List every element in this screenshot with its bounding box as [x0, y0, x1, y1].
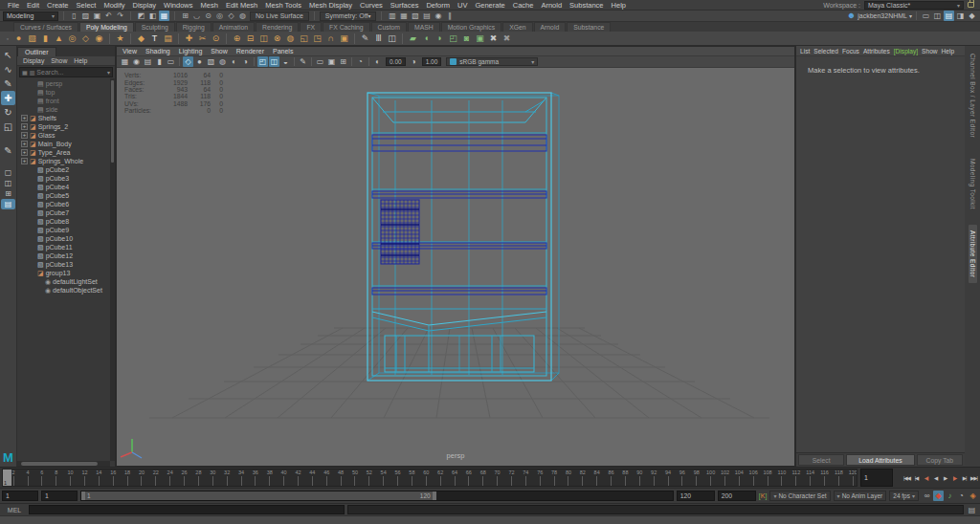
timeline-tick[interactable]: 28 [191, 469, 205, 486]
viewport-menu-shading[interactable]: Shading [145, 48, 170, 55]
go-to-start-button[interactable]: |◀◀ [902, 475, 911, 481]
animation-end-field[interactable]: 200 [718, 491, 756, 501]
expand-toggle[interactable]: + [21, 141, 28, 147]
shelf-tab-rendering[interactable]: Rendering [256, 22, 299, 32]
outliner-row[interactable]: ▧pCube12 [17, 251, 115, 260]
field-chart-icon[interactable]: ⊞ [338, 56, 348, 67]
timeline-tick[interactable]: 104 [732, 469, 746, 486]
use-default-material-icon[interactable]: ◍ [217, 56, 228, 67]
layout-outliner-persp[interactable]: ▤ [1, 199, 15, 209]
ipr-render-icon[interactable]: ▧ [410, 11, 420, 21]
timeline-tick[interactable]: 90 [633, 469, 646, 486]
menu-select[interactable]: Select [73, 1, 100, 10]
timeline-tick[interactable]: 106 [746, 469, 760, 486]
outliner-row[interactable]: ◉defaultObjectSet [17, 286, 115, 295]
menu-file[interactable]: File [4, 1, 23, 10]
timeline-tick[interactable]: 102 [718, 469, 731, 486]
render-current-frame-icon[interactable]: ▦ [398, 11, 409, 21]
scale-tool[interactable]: ◱ [1, 120, 15, 134]
timeline-tick[interactable]: 38 [263, 469, 277, 486]
timeline-tick[interactable]: 62 [434, 469, 447, 486]
poly-disc-icon[interactable]: ◉ [93, 33, 105, 45]
outliner-row[interactable]: ◉defaultLightSet [17, 277, 115, 286]
workspace-dropdown[interactable]: Maya Classic* ▾ [864, 1, 964, 10]
outliner-vertical-scrollbar[interactable] [110, 78, 115, 461]
outliner-search-field[interactable]: ▦ ▥ Search... ▾ [19, 67, 113, 77]
menu-curves[interactable]: Curves [356, 1, 387, 10]
timeline-tick[interactable]: 30 [206, 469, 219, 486]
attribute-editor-menu-attributes[interactable]: Attributes [863, 48, 890, 55]
lasso-tool[interactable]: ∿ [1, 62, 15, 76]
timeline-tick[interactable]: 42 [291, 469, 304, 486]
timeline-tick[interactable]: 84 [590, 469, 604, 486]
mute-audio-icon[interactable]: ♪ [945, 491, 955, 501]
go-to-end-button[interactable]: ▶▶| [969, 475, 978, 481]
render-settings-icon[interactable]: ▤ [421, 11, 432, 21]
outliner-row[interactable]: +◪Type_Area [17, 148, 115, 157]
smooth-shade-icon[interactable]: ● [194, 56, 205, 67]
fps-dropdown[interactable]: 24 fps ▾ [889, 491, 919, 501]
timeline-tick[interactable]: 46 [320, 469, 333, 486]
grease-pencil-icon[interactable]: ✎ [298, 56, 308, 67]
outliner-row[interactable]: ◪group13 [17, 269, 115, 277]
select-component-icon[interactable]: ▦ [159, 11, 169, 21]
open-scene-icon[interactable]: ▨ [80, 11, 91, 21]
separate-icon[interactable]: ⊟ [244, 33, 256, 45]
timeline-tick[interactable]: 54 [377, 469, 390, 486]
outliner-row[interactable]: ▧pCube10 [17, 234, 115, 243]
timeline-tick[interactable]: 50 [348, 469, 362, 486]
timeline-tick[interactable]: 16 [106, 469, 120, 486]
timeline-tick[interactable]: 52 [363, 469, 376, 486]
timeline-tick[interactable]: 20 [135, 469, 148, 486]
layout-four-panes[interactable]: ⊞ [1, 188, 15, 199]
expand-toggle[interactable]: + [21, 123, 28, 130]
outliner-row[interactable]: ▤top [17, 88, 115, 97]
timeline-tick[interactable]: 110 [775, 469, 789, 486]
shelf-tab-fx-caching[interactable]: FX Caching [323, 22, 370, 32]
poly-super-shape-icon[interactable]: ★ [114, 33, 126, 45]
character-set-dropdown[interactable]: ▾ No Character Set [769, 491, 830, 501]
timeline-tick[interactable]: 68 [477, 469, 490, 486]
expand-toggle[interactable]: + [21, 149, 28, 156]
mirror-icon[interactable]: ◫ [257, 33, 270, 45]
set-key-icon[interactable]: K [759, 492, 768, 499]
timeline-tick[interactable]: 78 [547, 469, 561, 486]
shelf-tab-poly-modeling[interactable]: Poly Modeling [79, 22, 134, 32]
shrink-selection-icon[interactable]: ◖ [420, 33, 433, 45]
fill-hole-icon[interactable]: ▣ [338, 33, 350, 45]
snap-to-grids-icon[interactable]: ⊞ [180, 11, 190, 21]
menu-create[interactable]: Create [43, 1, 73, 10]
extrude-icon[interactable]: ◱ [298, 33, 310, 45]
gate-mask-icon[interactable]: ▣ [326, 56, 337, 67]
shelf-tab-custom[interactable]: Custom [371, 22, 407, 32]
timeline-tick[interactable]: 34 [234, 469, 248, 486]
auto-keyframe-icon[interactable]: ◆ [933, 491, 944, 501]
layout-two-panes[interactable]: ◫ [1, 178, 15, 188]
timeline-tick[interactable]: 66 [462, 469, 476, 486]
timeline-tick[interactable]: 64 [448, 469, 461, 486]
exposure-toggle-icon[interactable]: ◐ [372, 56, 383, 67]
snap-to-view-planes-icon[interactable]: ◇ [226, 11, 236, 21]
shelf-menu-icon[interactable]: ◦ [4, 35, 11, 42]
undo-icon[interactable]: ↶ [103, 11, 114, 21]
outliner-row[interactable]: +◪Springs_Whole [17, 157, 115, 165]
viewport[interactable]: ViewShadingLightingShowRendererPanels ▦◉… [116, 46, 795, 467]
shadows-icon[interactable]: ◐ [229, 56, 239, 67]
play-backwards-button[interactable]: ◀ [931, 475, 940, 481]
outliner-row[interactable]: +◪Shelfs [17, 114, 115, 122]
expand-toggle[interactable]: + [21, 115, 28, 121]
make-object-live-icon[interactable]: ◍ [237, 11, 248, 21]
combine-icon[interactable]: ⊕ [231, 33, 243, 45]
shelf-tab-arnold[interactable]: Arnold [534, 22, 567, 32]
snap-to-curves-icon[interactable]: ◡ [191, 11, 202, 21]
target-weld-icon[interactable]: ⊙ [210, 33, 222, 45]
sidebar-tab-modeling-toolkit[interactable]: Modeling Toolkit [969, 153, 977, 215]
poly-cube-icon[interactable]: ▧ [26, 33, 38, 45]
timeline-tick[interactable]: 24 [164, 469, 177, 486]
animation-preferences-icon[interactable]: ◈ [968, 491, 978, 501]
viewport-menu-panels[interactable]: Panels [273, 48, 293, 55]
delete-edge-icon[interactable]: ✖ [487, 33, 500, 45]
offset-edge-loop-icon[interactable]: ◫ [386, 33, 398, 45]
menu-display[interactable]: Display [129, 1, 161, 10]
animation-start-field[interactable]: 1 [2, 491, 38, 501]
